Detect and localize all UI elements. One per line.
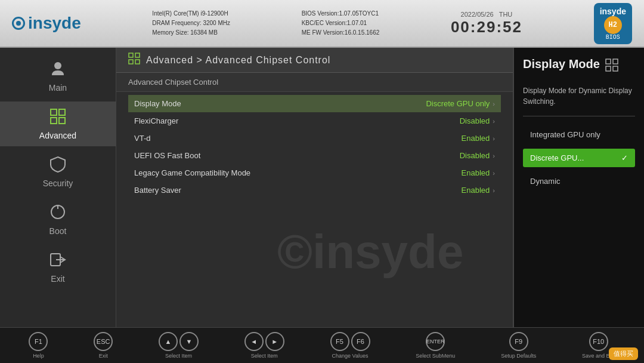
footer-key-updown: ▲ ▼ Select Item xyxy=(159,332,199,359)
sidebar-item-security-label: Security xyxy=(43,179,73,188)
main-icon xyxy=(49,60,67,81)
f1-key[interactable]: F1 xyxy=(29,332,48,351)
footer-key-enter: ENTER Select SubMenu xyxy=(416,332,455,359)
down-key[interactable]: ▼ xyxy=(179,332,199,351)
setting-value-0: Discrete GPU only › xyxy=(426,99,495,108)
boot-icon xyxy=(49,203,67,224)
sidebar-item-main-label: Main xyxy=(49,83,67,93)
f9-key[interactable]: F9 xyxy=(509,332,528,351)
help-description: Display Mode for Dynamic Display Switchi… xyxy=(523,85,635,107)
bios-frame: insyde Intel(R) Core(TM) i9-12900H DRAM … xyxy=(0,0,644,363)
leftright-label: Select Item xyxy=(251,353,278,359)
svg-rect-14 xyxy=(613,59,618,64)
day-text: THU xyxy=(499,11,513,18)
esc-key[interactable]: ESC xyxy=(94,332,113,351)
f6-key[interactable]: F6 xyxy=(351,332,370,351)
footer-key-f5f6: F5 F6 Change Values xyxy=(330,332,370,359)
setting-label-1: FlexiCharger xyxy=(134,116,178,125)
setting-label-5: Battery Saver xyxy=(134,186,181,195)
sidebar-item-advanced-label: Advanced xyxy=(39,131,76,140)
f5-key[interactable]: F5 xyxy=(330,332,349,351)
footer-key-esc: ESC Exit xyxy=(94,332,113,359)
sidebar-item-boot[interactable]: Boot xyxy=(0,197,116,242)
dram-info: DRAM Frequency: 3200 MHz xyxy=(152,19,230,28)
header: insyde Intel(R) Core(TM) i9-12900H DRAM … xyxy=(0,0,644,48)
insyde-logo: insyde xyxy=(12,14,81,33)
setting-label-0: Display Mode xyxy=(134,99,181,108)
sidebar-item-main[interactable]: Main xyxy=(0,54,116,99)
svg-rect-13 xyxy=(606,59,611,64)
esc-label: Exit xyxy=(99,353,108,359)
section-title: Advanced Chipset Control xyxy=(116,73,513,92)
help-panel: Display Mode Display Mode for Dynamic Di… xyxy=(513,48,644,327)
setting-label-3: UEFI OS Fast Boot xyxy=(134,151,200,160)
svg-rect-1 xyxy=(51,109,57,115)
help-panel-icon xyxy=(605,58,619,76)
setting-label-2: VT-d xyxy=(134,134,150,143)
footer-key-f9: F9 Setup Defaults xyxy=(501,332,536,359)
me-version: ME FW Version:16.0.15.1662 xyxy=(302,28,380,38)
f9-label: Setup Defaults xyxy=(501,353,536,359)
f5f6-label: Change Values xyxy=(332,353,369,359)
table-row[interactable]: FlexiCharger Disabled › xyxy=(128,112,501,130)
svg-rect-12 xyxy=(135,60,140,64)
setting-value-4: Enabled › xyxy=(462,168,495,177)
help-title: Display Mode xyxy=(523,57,600,71)
table-row[interactable]: Display Mode Discrete GPU only › xyxy=(128,95,501,112)
bottom-badge: 值得买 xyxy=(609,347,638,360)
header-logo: insyde xyxy=(12,14,81,33)
help-option-1[interactable]: Discrete GPU... ✓ xyxy=(523,149,635,167)
right-key[interactable]: ► xyxy=(265,332,284,351)
setting-label-4: Legacy Game Compatibility Mode xyxy=(134,168,250,177)
settings-list: Display Mode Discrete GPU only › FlexiCh… xyxy=(116,92,513,327)
svg-rect-4 xyxy=(59,118,65,124)
enter-key[interactable]: ENTER xyxy=(426,332,445,351)
arrow-icon-1: › xyxy=(493,118,495,125)
cpu-info: Intel(R) Core(TM) i9-12900H xyxy=(152,9,230,19)
help-option-0[interactable]: Integrated GPU only xyxy=(523,125,635,144)
bios-info: BIOS Version:1.07.05TOYC1 KBC/EC Version… xyxy=(302,9,380,38)
bios-version: BIOS Version:1.07.05TOYC1 xyxy=(302,9,380,19)
updown-label: Select Item xyxy=(165,353,192,359)
checkmark-icon: ✓ xyxy=(621,153,628,162)
logo-text: insyde xyxy=(28,14,81,33)
arrow-icon-4: › xyxy=(493,170,495,177)
breadcrumb: Advanced > Advanced Chipset Control xyxy=(146,55,330,66)
sidebar-item-advanced[interactable]: Advanced xyxy=(0,101,116,146)
sidebar-item-exit[interactable]: Exit xyxy=(0,245,116,290)
svg-rect-16 xyxy=(613,66,618,71)
footer-key-f1: F1 Help xyxy=(29,332,48,359)
selected-option-label: Discrete GPU... xyxy=(530,153,584,162)
svg-rect-3 xyxy=(51,118,57,124)
panel-title-bar: Advanced > Advanced Chipset Control xyxy=(116,48,513,73)
exit-icon xyxy=(49,251,67,272)
table-row[interactable]: Legacy Game Compatibility Mode Enabled › xyxy=(128,164,501,182)
sidebar-item-security[interactable]: Security xyxy=(0,149,116,194)
sys-info: Intel(R) Core(TM) i9-12900H DRAM Frequen… xyxy=(152,9,230,38)
f10-key[interactable]: F10 xyxy=(589,332,608,351)
title-icon xyxy=(128,53,140,67)
sidebar-item-exit-label: Exit xyxy=(51,274,64,284)
setting-value-2: Enabled › xyxy=(462,134,495,143)
svg-rect-9 xyxy=(129,53,133,57)
footer-key-leftright: ◄ ► Select Item xyxy=(244,332,284,359)
advanced-icon xyxy=(49,107,67,128)
help-options: Integrated GPU only Discrete GPU... ✓ Dy… xyxy=(523,125,635,190)
security-icon xyxy=(49,155,67,176)
up-key[interactable]: ▲ xyxy=(159,332,178,351)
sidebar: Main Advanced xyxy=(0,48,116,327)
clock-date: 2022/05/26 THU xyxy=(451,11,522,18)
right-insyde-text: insyde xyxy=(600,7,626,16)
setting-value-3: Disabled › xyxy=(460,151,495,160)
table-row[interactable]: VT-d Enabled › xyxy=(128,130,501,147)
svg-rect-15 xyxy=(606,66,611,71)
help-option-2[interactable]: Dynamic xyxy=(523,172,635,190)
svg-rect-11 xyxy=(129,60,133,64)
table-row[interactable]: Battery Saver Enabled › xyxy=(128,182,501,199)
main-panel: ©insyde Advanced > Advanced Chipset Cont… xyxy=(116,48,513,327)
arrow-icon-2: › xyxy=(493,135,495,142)
left-key[interactable]: ◄ xyxy=(244,332,264,351)
right-bios-text: BIOS xyxy=(606,34,620,41)
help-divider xyxy=(523,116,635,116)
table-row[interactable]: UEFI OS Fast Boot Disabled › xyxy=(128,147,501,164)
